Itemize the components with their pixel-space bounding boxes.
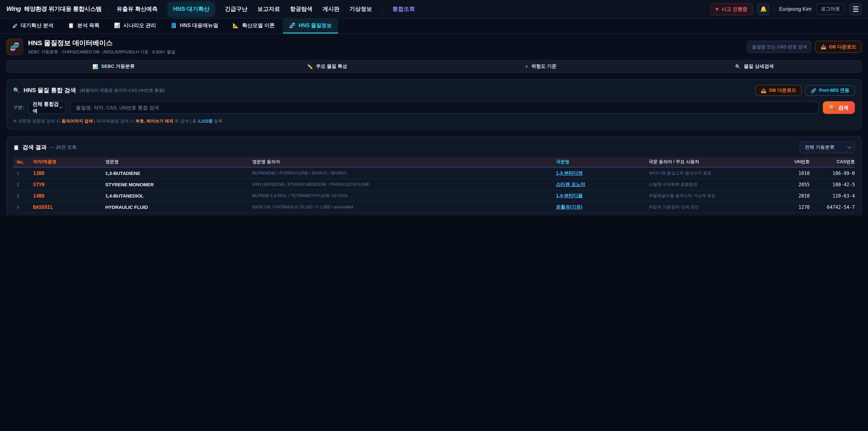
page-header-text: HNS 물질정보 데이터베이스 SEBC 거동분류 · CHRIS/CAMEO … [28, 39, 176, 55]
filter-label: SEBC 거동분류 [101, 63, 135, 70]
tab-analysis-list[interactable]: 📋 분석 목록 [61, 19, 106, 33]
nav-item-board[interactable]: 게시판 [322, 5, 340, 13]
tab-label: 확산모델 이론 [242, 22, 275, 29]
search-button[interactable]: 🔍 검색 [823, 101, 855, 114]
cell-un-number: 1010 [769, 171, 810, 176]
menu-button[interactable] [849, 3, 862, 15]
db-download-button[interactable]: 📥 DB 다운로드 [755, 85, 802, 96]
search-form: 구분: 전체 통합검색 🔍 검색 [13, 101, 855, 114]
pen-icon: 🖊 [13, 23, 18, 28]
cell-korean-name-link[interactable]: 자일렌 [556, 215, 649, 216]
table-row[interactable]: 3 14BD 1,4-BUTANEDIOL BUTANE-1,4-DIOL / … [13, 190, 855, 202]
col-korean-name: 국문명 [556, 159, 649, 165]
cell-abbr: BASEOIL [33, 204, 105, 210]
nav-item-integrated-lookup[interactable]: 통합조회 [393, 5, 415, 13]
results-title: 검색 결과 [22, 144, 46, 151]
db-download-label: DB 다운로드 [769, 87, 796, 94]
download-icon: 📥 [821, 44, 827, 49]
table-row[interactable]: 5 XYLENE XYLENE (mixed isomers) DIMETHYL… [13, 213, 855, 216]
cell-korean-name-link[interactable]: 1,4-부탄디올 [556, 192, 649, 199]
nav-item-oil-spill[interactable]: 유출유 확산예측 [117, 5, 158, 13]
tab-hns-manual[interactable]: 📘 HNS 대응매뉴얼 [164, 19, 224, 33]
divider [107, 5, 107, 13]
bar-chart-icon: 📊 [92, 64, 98, 69]
cell-korean-synonyms: 크실렌·도료용제 원료 [649, 215, 769, 216]
cell-english-synonyms: VINYLBENZENE / ETHENYLBENZENE / PHENYLET… [252, 182, 556, 187]
behavior-class-select[interactable]: 전체 거동분류 [800, 142, 855, 153]
chevron-down-icon [59, 105, 63, 109]
search-input[interactable] [70, 101, 818, 114]
clipboard-icon: 📋 [13, 145, 19, 150]
filter-label: 위험도 기준 [531, 63, 557, 70]
search-type-select[interactable]: 전체 통합검색 [28, 101, 66, 114]
filter-risk-criteria[interactable]: ⚡ 위험도 기준 [434, 61, 648, 72]
table-body: 1 13BD 1,3-BUTADIENE BUTADIENE / PYRROYL… [13, 168, 855, 216]
results-header: 📋 검색 결과 — 20건 조회 전체 거동분류 [13, 142, 855, 153]
page-title: HNS 물질정보 데이터베이스 [28, 39, 176, 47]
cell-un-number: 2810 [769, 193, 810, 198]
filter-key-properties[interactable]: ✏️ 주요 물질 특성 [220, 61, 434, 72]
user-name: Eunjeong Kim [779, 6, 811, 12]
search-type-label: 구분: [13, 104, 24, 111]
filter-sebc-classification[interactable]: 📊 SEBC 거동분류 [7, 61, 220, 72]
tab-label: 시나리오 관리 [123, 22, 156, 29]
divider [774, 5, 775, 13]
nav-item-air-search[interactable]: 항공탐색 [290, 5, 313, 13]
results-panel: 📋 검색 결과 — 20건 조회 전체 거동분류 No. 약자/제품명 영문명 … [6, 136, 862, 216]
ruler-icon: 📐 [233, 23, 239, 29]
cell-english-name: 1,3-BUTADIENE [105, 171, 252, 176]
book-icon: 📘 [170, 23, 177, 29]
cell-abbr: 14BD [33, 193, 105, 198]
tab-hns-substance-info[interactable]: 🧬 HNS 물질정보 [283, 19, 338, 33]
tab-label: HNS 물질정보 [299, 22, 332, 29]
status-badge-label: 사고 진행중 [721, 6, 747, 12]
nav-item-rescue[interactable]: 긴급구난 [225, 5, 248, 13]
logout-button[interactable]: 로그아웃 [816, 3, 845, 15]
registered-count: 1,222종 [197, 118, 213, 123]
table-header: No. 약자/제품명 영문명 영문명 동의어 국문명 국문 동의어 / 주요 사… [13, 157, 855, 168]
results-count: — 20건 조회 [50, 144, 76, 151]
nav-item-reports[interactable]: 보고자료 [257, 5, 280, 13]
db-download-button[interactable]: 📥 DB 다운로드 [815, 41, 862, 53]
nav-item-hns-dispersion[interactable]: HNS·대기확산 [168, 2, 215, 17]
table-row[interactable]: 1 13BD 1,3-BUTADIENE BUTADIENE / PYRROYL… [13, 168, 855, 179]
cell-korean-name-link[interactable]: 1,3-부타디엔 [556, 170, 649, 176]
app-logo: Wing 해양환경 위기대응 통합시스템 [6, 5, 102, 13]
quick-search-input[interactable] [747, 41, 812, 53]
download-icon: 📥 [761, 88, 767, 93]
cell-korean-name-link[interactable]: 윤활유(기유) [556, 204, 649, 210]
col-un-number: UN번호 [769, 159, 810, 165]
table-row[interactable]: 2 STYN STYRENE MONOMER VINYLBENZENE / ET… [13, 179, 855, 190]
notification-button[interactable]: 🔔 [757, 3, 770, 15]
cell-korean-name-link[interactable]: 스티렌 모노머 [556, 181, 649, 188]
cell-english-synonyms: BASE OIL / HYDRAULIC FLUID / Y LUBE / em… [252, 205, 556, 209]
behavior-class-value: 전체 거동분류 [805, 144, 835, 151]
nav-item-weather[interactable]: 기상정보 [349, 5, 372, 13]
table-row[interactable]: 4 BASEOIL HYDRAULIC FLUID BASE OIL / HYD… [13, 202, 855, 213]
hamburger-icon [853, 6, 858, 12]
cell-cas-number: 110-63-4 [810, 193, 855, 198]
hint-highlight: 동의어까지 검색 [61, 118, 93, 123]
tab-scenario-management[interactable]: 📊 시나리오 관리 [107, 19, 162, 33]
tab-dispersion-analysis[interactable]: 🖊 대기확산 분석 [6, 19, 60, 33]
search-panel-header: 🔍 HNS 물질 통합 검색 (화물약어·제품명·동의어·CAS·UN번호 통합… [13, 85, 855, 96]
filter-label: 주요 물질 특성 [316, 63, 347, 70]
tab-model-theory[interactable]: 📐 확산모델 이론 [226, 19, 281, 33]
cell-korean-synonyms: 유압유·가동장비·선박 엔진 [649, 204, 769, 210]
dna-icon: 🧬 [289, 23, 295, 29]
col-korean-synonyms: 국문 동의어 / 주요 사용처 [649, 159, 769, 165]
integrated-search-panel: 🔍 HNS 물질 통합 검색 (화물약어·제품명·동의어·CAS·UN번호 통합… [6, 79, 862, 130]
search-button-label: 검색 [838, 104, 848, 111]
portmis-link-button[interactable]: 🔗 Port-MIS 연동 [805, 85, 855, 96]
search-hint: ※ 국문명·영문명 검색 시 동의어까지 검색 | 약자/제품명 검색 시 부호… [13, 118, 855, 124]
tab-label: 분석 목록 [77, 22, 99, 29]
incident-status-badge[interactable]: 사고 진행중 [710, 3, 753, 15]
filter-detail-search[interactable]: 🔍 물질 상세검색 [648, 61, 861, 72]
cell-abbr: 13BD [33, 171, 105, 176]
hint-highlight: 부호, 띄어쓰기 제외 [135, 118, 174, 123]
top-navbar: Wing 해양환경 위기대응 통합시스템 유출유 확산예측 HNS·대기확산 긴… [0, 0, 868, 19]
col-abbr: 약자/제품명 [33, 159, 105, 165]
cell-english-synonyms: BUTANE-1,4-DIOL / TETRAMETHYLENE GLYCOL [252, 193, 556, 198]
link-icon: 🔗 [811, 88, 816, 93]
search-type-value: 전체 통합검색 [33, 101, 59, 114]
